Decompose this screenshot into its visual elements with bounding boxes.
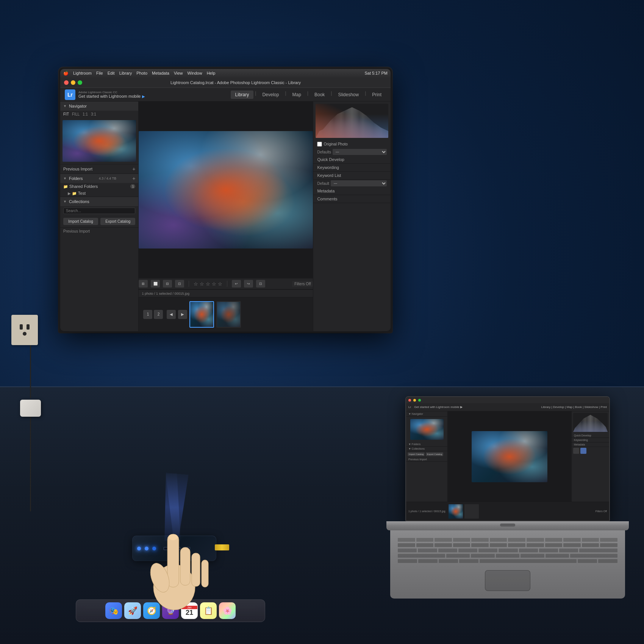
key-cmd-left xyxy=(459,559,478,563)
navigator-chevron[interactable]: ▼ xyxy=(63,104,67,108)
key-cmd-right xyxy=(578,559,597,563)
filmstrip-next[interactable]: ▶ xyxy=(178,310,187,319)
menu-item-photo[interactable]: Photo xyxy=(136,71,147,76)
nebula-image xyxy=(139,131,313,249)
rotate-right-button[interactable]: ↪ xyxy=(244,280,253,288)
key xyxy=(519,549,538,552)
filmstrip-thumb-1[interactable] xyxy=(189,301,214,328)
dock-photos[interactable]: 🌸 xyxy=(219,602,236,619)
outlet-holes xyxy=(20,324,30,330)
nav-fit-tools: FIT FILL 1:1 3:1 xyxy=(60,111,138,118)
folder-badge-shared: 1 xyxy=(130,184,135,189)
nav-fill[interactable]: FILL xyxy=(72,112,80,116)
menu-item-library[interactable]: Library xyxy=(119,71,132,76)
filmstrip-thumb-2[interactable] xyxy=(216,301,241,328)
grid-view-button[interactable]: ⊞ xyxy=(139,280,148,288)
mini-folders-label: ▼ Folders xyxy=(406,442,447,447)
filters-off-label[interactable]: Filters Off xyxy=(292,281,313,287)
folder-icon-test: ▶ 📁 xyxy=(68,191,77,195)
middle-finger xyxy=(180,547,190,585)
tab-develop[interactable]: Develop xyxy=(258,91,283,99)
folders-add[interactable]: + xyxy=(132,175,135,181)
star-4[interactable]: ☆ xyxy=(212,281,216,287)
filmstrip-prev[interactable]: ◀ xyxy=(167,310,176,319)
key-opt xyxy=(439,559,458,563)
mini-navigator-label: ▼ Navigator xyxy=(406,411,447,417)
folders-chevron[interactable]: ▼ xyxy=(63,177,67,180)
key-shift-right xyxy=(570,554,617,558)
mini-catalog-btns: Import Catalog Export Catalog xyxy=(406,451,447,457)
collections-search[interactable] xyxy=(63,208,135,214)
menu-item-help[interactable]: Help xyxy=(207,71,216,76)
star-5[interactable]: ☆ xyxy=(218,281,222,287)
tab-library[interactable]: Library xyxy=(231,91,254,99)
previous-import-add[interactable]: + xyxy=(132,166,135,172)
tab-book[interactable]: Book xyxy=(310,91,329,99)
default-label: Default xyxy=(317,181,329,186)
loupe-view-button[interactable]: ⬜ xyxy=(151,280,160,288)
window-titlebar: Lightroom Catalog.lrcat - Adobe Photosho… xyxy=(60,77,391,88)
menu-item-metadata[interactable]: Metadata xyxy=(152,71,169,76)
tab-slideshow[interactable]: Slideshow xyxy=(333,91,363,99)
key xyxy=(499,549,517,552)
navigator-thumbnail-image xyxy=(63,120,136,162)
key xyxy=(545,538,563,542)
metadata-item[interactable]: Metadata xyxy=(313,187,391,195)
rotate-left-button[interactable]: ↩ xyxy=(232,280,241,288)
mini-export-btn[interactable]: Export Catalog xyxy=(426,452,443,456)
menu-item-edit[interactable]: Edit xyxy=(108,71,115,76)
branding-arrow[interactable]: ▶ xyxy=(142,94,145,98)
filmstrip-nav-1[interactable]: 1 xyxy=(143,310,152,319)
previous-import-bottom: Previous Import xyxy=(60,228,138,235)
collections-chevron[interactable]: ▼ xyxy=(63,200,67,203)
export-catalog-button[interactable]: Export Catalog xyxy=(100,218,135,225)
defaults-select[interactable]: — xyxy=(333,149,387,155)
keywording-item[interactable]: Keywording xyxy=(313,164,391,172)
tab-print[interactable]: Print xyxy=(367,91,386,99)
key xyxy=(453,543,470,547)
dock-finder[interactable]: 🎭 xyxy=(105,602,122,619)
star-3[interactable]: ☆ xyxy=(206,281,210,287)
keyboard-row-2 xyxy=(398,543,617,547)
star-2[interactable]: ☆ xyxy=(200,281,204,287)
tab-map[interactable]: Map xyxy=(288,91,306,99)
star-1[interactable]: ☆ xyxy=(194,281,198,287)
nav-fit[interactable]: FIT xyxy=(63,112,69,116)
import-catalog-button[interactable]: Import Catalog xyxy=(63,218,98,225)
metadata-select[interactable]: — xyxy=(331,180,387,186)
folder-item-shared[interactable]: 📁 Shared Folders 1 xyxy=(60,183,138,190)
menu-item-window[interactable]: Window xyxy=(188,71,202,76)
key xyxy=(582,543,599,547)
survey-view-button[interactable]: ⊡ xyxy=(175,280,184,288)
mini-get-started: Get started with Lightroom mobile ▶ xyxy=(414,405,463,409)
fullscreen-button[interactable] xyxy=(78,80,82,85)
nav-3to1[interactable]: 3:1 xyxy=(91,112,96,116)
trackpad[interactable] xyxy=(485,570,530,591)
hand-svg xyxy=(136,504,212,617)
mini-import-btn[interactable]: Import Catalog xyxy=(408,452,425,456)
close-button[interactable] xyxy=(64,80,69,85)
power-cable-bottom xyxy=(30,417,31,511)
minimize-button[interactable] xyxy=(71,80,75,85)
menu-item-file[interactable]: File xyxy=(96,71,103,76)
menu-item-apple[interactable]: 🍎 xyxy=(63,71,69,76)
crop-button[interactable]: ⊡ xyxy=(256,280,265,288)
navigator-thumbnail xyxy=(63,120,136,162)
menu-item-lightroom[interactable]: Lightroom xyxy=(73,71,92,76)
filmstrip-nav-2[interactable]: 2 xyxy=(154,310,163,319)
key xyxy=(582,538,599,542)
original-photo-checkbox[interactable] xyxy=(317,142,322,147)
metadata-row: Default — xyxy=(313,180,391,187)
previous-import-label[interactable]: Previous Import xyxy=(63,167,92,171)
compare-view-button[interactable]: ⊟ xyxy=(163,280,172,288)
star-rating: ☆ ☆ ☆ ☆ ☆ xyxy=(194,281,222,287)
keyword-list-item[interactable]: Keyword List xyxy=(313,172,391,180)
mini-right-icons xyxy=(572,447,609,455)
comments-item[interactable]: Comments xyxy=(313,195,391,203)
folders-header: ▼ Folders 4.3 / 4.4 TB + xyxy=(60,174,138,183)
keyboard-rows xyxy=(398,538,617,563)
nav-1to1[interactable]: 1:1 xyxy=(83,112,88,116)
quick-develop-item[interactable]: Quick Develop xyxy=(313,156,391,164)
menu-item-view[interactable]: View xyxy=(174,71,183,76)
folder-item-test[interactable]: ▶ 📁 Test xyxy=(60,190,138,197)
